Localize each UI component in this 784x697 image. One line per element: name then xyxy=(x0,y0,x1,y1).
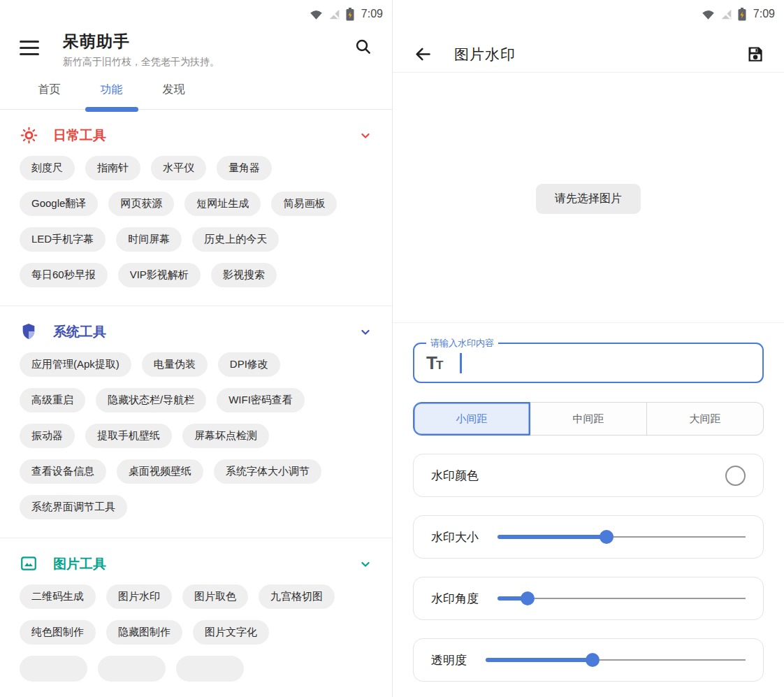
color-picker-circle[interactable] xyxy=(725,466,746,486)
chevron-down-icon[interactable] xyxy=(358,557,372,571)
section-title: 图片工具 xyxy=(53,555,106,573)
select-image-button[interactable]: 请先选择图片 xyxy=(536,184,641,214)
wifi-icon xyxy=(310,8,323,20)
back-icon[interactable] xyxy=(414,45,433,64)
setting-card: 水印角度 xyxy=(413,577,764,620)
no-signal-icon xyxy=(720,8,732,20)
slider-track[interactable] xyxy=(498,598,746,599)
app-header: 呆萌助手 新竹高于旧竹枝，全凭老干为扶持。 xyxy=(0,28,392,69)
chevron-down-icon[interactable] xyxy=(358,129,372,143)
tool-chip[interactable]: 桌面视频壁纸 xyxy=(117,459,203,484)
tool-chip[interactable]: 电量伪装 xyxy=(142,352,208,377)
page-title: 图片水印 xyxy=(454,45,516,64)
tool-chip[interactable]: 简易画板 xyxy=(271,192,337,216)
tool-chip[interactable]: 查看设备信息 xyxy=(20,459,106,484)
tool-chip[interactable]: 提取手机壁纸 xyxy=(85,424,172,448)
chip-row: 高级重启隐藏状态栏/导航栏WIFI密码查看 xyxy=(20,388,372,412)
tool-chip[interactable]: 影视搜索 xyxy=(211,263,277,287)
tool-chip[interactable]: 图片文字化 xyxy=(193,620,269,645)
slider-thumb[interactable] xyxy=(521,591,535,605)
app-title-block: 呆萌助手 新竹高于旧竹枝，全凭老干为扶持。 xyxy=(63,31,354,69)
app-subtitle: 新竹高于旧竹枝，全凭老干为扶持。 xyxy=(63,56,354,69)
battery-charging-icon xyxy=(738,8,746,21)
spacing-option[interactable]: 小间距 xyxy=(413,402,530,436)
screen-pair: 7:09 呆萌助手 新竹高于旧竹枝，全凭老干为扶持。 首页功能发现 日常工具刻度… xyxy=(0,0,784,697)
status-bar: 7:09 xyxy=(393,0,784,28)
watermark-text-input[interactable]: 请输入水印内容 TT xyxy=(413,343,764,383)
chip-row: 刻度尺指南针水平仪量角器 xyxy=(20,156,372,180)
slider[interactable] xyxy=(486,653,746,667)
tool-chip[interactable] xyxy=(98,656,166,682)
tool-chip[interactable]: DPI修改 xyxy=(218,352,280,377)
slider[interactable] xyxy=(498,591,746,605)
tool-chip[interactable]: 刻度尺 xyxy=(20,156,75,180)
tab-divider xyxy=(0,109,392,110)
tool-chip[interactable]: 隐藏图制作 xyxy=(106,620,182,645)
tab-bar: 首页功能发现 xyxy=(0,76,392,109)
tool-chip[interactable]: 短网址生成 xyxy=(184,192,261,216)
tab-active[interactable]: 功能 xyxy=(80,76,143,109)
slider-thumb[interactable] xyxy=(600,530,614,544)
chip-row: 系统界面调节工具 xyxy=(20,495,372,519)
tool-chip[interactable]: 振动器 xyxy=(20,424,75,448)
section-header: 图片工具 xyxy=(20,554,372,573)
tool-chip[interactable]: 二维码生成 xyxy=(20,584,96,609)
setting-label: 水印颜色 xyxy=(431,468,479,484)
text-format-icon: TT xyxy=(426,352,443,374)
tool-chip[interactable]: 量角器 xyxy=(217,156,272,180)
chevron-down-icon[interactable] xyxy=(358,325,372,339)
setting-card: 水印大小 xyxy=(413,515,764,559)
tool-chip[interactable] xyxy=(176,656,244,682)
tool-chip[interactable]: 高级重启 xyxy=(20,388,85,412)
menu-icon[interactable] xyxy=(20,41,39,55)
tool-chip[interactable]: 隐藏状态栏/导航栏 xyxy=(96,388,206,412)
slider-thumb[interactable] xyxy=(586,653,600,667)
section-divider xyxy=(393,322,784,323)
tool-chip[interactable]: 图片取色 xyxy=(182,584,248,609)
tool-chip[interactable]: 纯色图制作 xyxy=(20,620,96,645)
setting-label: 水印大小 xyxy=(431,529,479,545)
spacing-option[interactable]: 大间距 xyxy=(647,402,764,436)
select-image-area: 请先选择图片 xyxy=(393,184,784,214)
no-signal-icon xyxy=(328,8,340,20)
tool-chip[interactable]: 系统界面调节工具 xyxy=(20,495,127,519)
tool-chip[interactable] xyxy=(20,656,87,682)
watermark-settings: 水印颜色水印大小水印角度透明度 xyxy=(393,454,784,682)
section-title: 系统工具 xyxy=(53,323,106,341)
slider-fill xyxy=(486,658,593,662)
battery-charging-icon xyxy=(346,8,354,21)
section-header: 日常工具 xyxy=(20,126,372,145)
input-floating-label: 请输入水印内容 xyxy=(426,337,498,350)
spacing-segmented-control: 小间距中间距大间距 xyxy=(413,402,764,436)
tool-chip[interactable]: 每日60秒早报 xyxy=(20,263,108,287)
search-icon[interactable] xyxy=(354,38,372,59)
tool-chip[interactable]: 图片水印 xyxy=(106,584,172,609)
tool-chip[interactable]: 应用管理(Apk提取) xyxy=(20,352,131,377)
tool-chip[interactable]: WIFI密码查看 xyxy=(217,388,305,412)
tool-chip[interactable]: 水平仪 xyxy=(151,156,206,180)
tool-chip[interactable]: 九宫格切图 xyxy=(259,584,335,609)
tool-chip[interactable]: 指南针 xyxy=(85,156,140,180)
tool-chip[interactable]: VIP影视解析 xyxy=(118,263,201,287)
setting-card: 水印颜色 xyxy=(413,454,764,497)
tool-chip[interactable]: 历史上的今天 xyxy=(192,227,279,252)
tab-item[interactable]: 发现 xyxy=(143,76,205,109)
chip-row: 每日60秒早报VIP影视解析影视搜索 xyxy=(20,263,372,287)
tab-item[interactable]: 首页 xyxy=(18,76,80,109)
slider-fill xyxy=(498,535,607,539)
chip-row xyxy=(20,656,372,682)
tool-chip[interactable]: LED手机字幕 xyxy=(20,227,106,252)
save-icon[interactable] xyxy=(746,45,764,64)
tool-sections: 日常工具刻度尺指南针水平仪量角器Google翻译网页获源短网址生成简易画板LED… xyxy=(0,126,392,682)
setting-card: 透明度 xyxy=(413,638,764,682)
tool-chip[interactable]: 系统字体大小调节 xyxy=(214,459,321,484)
section-divider xyxy=(0,306,392,306)
chip-row: LED手机字幕时间屏幕历史上的今天 xyxy=(20,227,372,252)
tool-chip[interactable]: Google翻译 xyxy=(20,192,98,216)
tool-chip[interactable]: 时间屏幕 xyxy=(116,227,182,252)
tool-chip[interactable]: 屏幕坏点检测 xyxy=(182,424,269,448)
spacing-option[interactable]: 中间距 xyxy=(530,402,647,436)
shield-icon xyxy=(20,322,38,341)
tool-chip[interactable]: 网页获源 xyxy=(108,192,174,216)
slider[interactable] xyxy=(498,530,746,544)
